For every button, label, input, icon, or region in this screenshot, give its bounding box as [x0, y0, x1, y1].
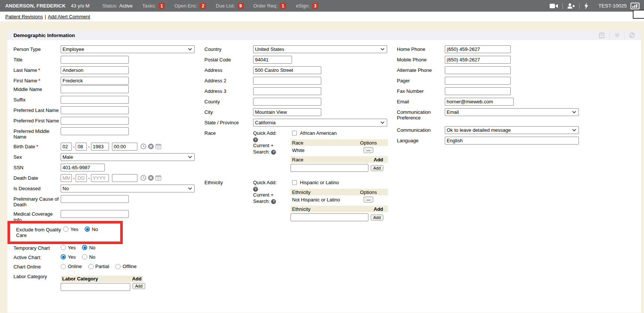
add-person-icon[interactable]: [563, 3, 579, 9]
help-icon[interactable]: ?: [271, 199, 276, 204]
print-icon[interactable]: [594, 30, 610, 40]
collapse-icon[interactable]: [610, 30, 624, 40]
clock-icon[interactable]: [140, 143, 146, 149]
chart-online-online-radio[interactable]: [61, 264, 66, 269]
clear-date-icon[interactable]: [148, 175, 154, 181]
race-add-input[interactable]: [291, 164, 368, 172]
ethnicity-row-value: Not Hispanic or Latino: [292, 197, 350, 203]
ethnicity-label: Ethnicity: [204, 179, 253, 185]
birth-year-input[interactable]: [91, 143, 109, 151]
labor-category-input[interactable]: [61, 283, 130, 291]
middle-name-label: Middle Name: [13, 85, 61, 92]
add-alert-comment-link[interactable]: Add Alert Comment: [48, 14, 90, 19]
pager-input[interactable]: [445, 77, 511, 85]
open-enc-counter[interactable]: Open Enc: 2: [174, 3, 206, 9]
birth-time-input[interactable]: [112, 143, 137, 151]
race-african-american-checkbox[interactable]: [292, 131, 297, 136]
due-list-counter[interactable]: Due List: 9: [216, 3, 243, 9]
home-phone-input[interactable]: [445, 45, 511, 53]
esign-counter[interactable]: eSign: 3: [296, 3, 318, 9]
help-icon[interactable]: ?: [253, 137, 258, 142]
temporary-chart-no-radio[interactable]: [82, 245, 87, 250]
country-select[interactable]: United States: [253, 45, 387, 53]
mobile-phone-label: Mobile Phone: [397, 56, 445, 63]
death-day-input[interactable]: [76, 174, 87, 182]
chart-online-partial-radio[interactable]: [88, 264, 94, 269]
race-options-column-header: Options: [350, 140, 386, 146]
help-icon[interactable]: ?: [271, 150, 276, 155]
preferred-last-name-input[interactable]: [61, 106, 129, 114]
calendar-icon[interactable]: [155, 143, 161, 149]
language-input[interactable]: [445, 137, 579, 145]
chevron-down-icon: [572, 111, 576, 113]
preferred-middle-name-input[interactable]: [61, 127, 129, 135]
city-input[interactable]: [253, 108, 321, 116]
due-list-badge[interactable]: 9: [238, 3, 244, 9]
ethnicity-hispanic-checkbox[interactable]: [292, 180, 297, 185]
address3-input[interactable]: [253, 87, 321, 95]
disable-icon[interactable]: [624, 30, 640, 40]
death-month-input[interactable]: [61, 174, 72, 182]
active-chart-no-radio[interactable]: [82, 254, 87, 259]
chart-online-offline-radio[interactable]: [115, 264, 121, 269]
bar-chart-icon[interactable]: [631, 3, 640, 9]
address-input[interactable]: [253, 66, 321, 74]
email-input[interactable]: [445, 98, 514, 106]
death-time-input[interactable]: [112, 174, 137, 182]
temporary-chart-yes-radio[interactable]: [61, 245, 66, 250]
tasks-badge[interactable]: 1: [159, 3, 165, 9]
death-year-input[interactable]: [91, 174, 109, 182]
last-name-input[interactable]: [61, 66, 129, 74]
ethnicity-remove-button[interactable]: —: [364, 197, 373, 203]
title-input[interactable]: [61, 56, 129, 64]
video-camera-icon[interactable]: [545, 3, 562, 9]
county-label: County: [204, 98, 253, 104]
calendar-icon[interactable]: [155, 175, 161, 181]
birth-month-input[interactable]: [61, 143, 72, 151]
active-chart-yes-radio[interactable]: [61, 254, 66, 259]
exclude-quality-no-radio[interactable]: [85, 227, 90, 232]
birth-day-input[interactable]: [76, 143, 87, 151]
fax-number-input[interactable]: [445, 87, 511, 95]
postal-code-input[interactable]: [253, 56, 292, 64]
tasks-counter[interactable]: Tasks: 1: [142, 3, 165, 9]
ethnicity-add-button[interactable]: Add: [371, 215, 383, 221]
ethnicity-add-input[interactable]: [291, 213, 368, 221]
race-add-button[interactable]: Add: [371, 165, 383, 171]
section-title: Demographic Information: [13, 33, 75, 38]
middle-name-input[interactable]: [61, 85, 129, 93]
county-input[interactable]: [253, 98, 321, 106]
fax-number-label: Fax Number: [397, 87, 445, 94]
first-name-input[interactable]: [61, 77, 129, 85]
order-req-counter[interactable]: Order Req: 1: [253, 3, 286, 9]
preferred-first-name-input[interactable]: [61, 117, 129, 125]
patient-revisions-link[interactable]: Patient Revisions: [5, 14, 43, 19]
address-label: Address: [204, 66, 253, 73]
suffix-input[interactable]: [61, 96, 129, 104]
medical-coverage-info-input[interactable]: [61, 210, 129, 218]
chevron-down-icon: [380, 48, 385, 51]
state-province-select[interactable]: California: [253, 119, 387, 127]
communication-preference-select[interactable]: Email: [445, 108, 579, 116]
is-deceased-select[interactable]: No: [61, 185, 195, 192]
sex-select[interactable]: Male: [61, 153, 195, 161]
clock-icon[interactable]: [140, 175, 146, 181]
ssn-input[interactable]: [61, 164, 105, 171]
esign-badge[interactable]: 3: [312, 3, 318, 9]
address2-input[interactable]: [253, 77, 321, 85]
corner-overlay-box: [633, 10, 644, 19]
person-type-select[interactable]: Employee: [61, 45, 195, 53]
clear-date-icon[interactable]: [148, 143, 154, 149]
preliminary-cause-of-death-input[interactable]: [61, 195, 129, 203]
labor-category-add-button[interactable]: Add: [133, 283, 145, 289]
exclude-quality-yes-radio[interactable]: [63, 227, 69, 232]
open-enc-badge[interactable]: 2: [200, 3, 206, 9]
help-icon[interactable]: ?: [253, 187, 258, 192]
order-req-badge[interactable]: 1: [280, 3, 286, 9]
lightning-icon[interactable]: [580, 3, 593, 9]
communication-preference-label: Communication Preference: [397, 108, 445, 121]
race-remove-button[interactable]: —: [364, 147, 373, 153]
mobile-phone-input[interactable]: [445, 56, 511, 64]
alternate-phone-input[interactable]: [445, 66, 511, 74]
communication-select[interactable]: Ok to leave detailed message: [445, 126, 579, 134]
